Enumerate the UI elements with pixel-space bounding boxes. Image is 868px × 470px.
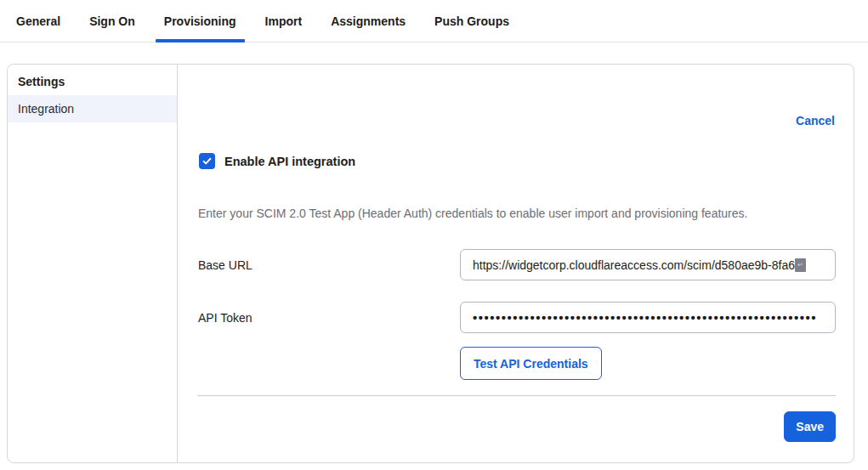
tab-label: Assignments [331,14,406,28]
tab-general[interactable]: General [8,14,69,42]
tab-sign-on[interactable]: Sign On [81,14,144,42]
app-tab-bar: General Sign On Provisioning Import Assi… [0,0,868,42]
settings-sidebar: Settings Integration [8,65,178,462]
text-selection-artifact: ↵ [795,258,806,272]
api-token-label: API Token [198,311,460,325]
api-token-input[interactable]: ••••••••••••••••••••••••••••••••••••••••… [460,302,836,333]
provisioning-settings-card: Settings Integration Cancel Enable API i… [7,64,854,463]
test-api-credentials-button[interactable]: Test API Credentials [460,347,602,380]
enable-api-row: Enable API integration [199,153,355,169]
cancel-link[interactable]: Cancel [796,114,835,127]
enable-api-checkbox[interactable] [199,153,215,169]
enable-api-label: Enable API integration [224,155,355,168]
tab-label: Push Groups [434,14,509,28]
tab-label: Provisioning [164,14,236,28]
save-button[interactable]: Save [784,411,836,442]
base-url-label: Base URL [198,258,460,272]
integration-settings-panel: Cancel Enable API integration Enter your… [178,65,854,462]
sidebar-item-integration[interactable]: Integration [8,95,177,122]
tab-push-groups[interactable]: Push Groups [426,14,518,42]
base-url-input[interactable]: https://widgetcorp.cloudflareaccess.com/… [460,249,836,280]
tab-assignments[interactable]: Assignments [322,14,414,42]
tab-label: Sign On [89,14,135,28]
credentials-description: Enter your SCIM 2.0 Test App (Header Aut… [198,206,835,222]
active-tab-underline [156,39,245,42]
tab-label: General [16,14,60,28]
checkmark-icon [201,156,213,167]
base-url-field-row: Base URL https://widgetcorp.cloudflareac… [198,249,836,280]
tab-provisioning[interactable]: Provisioning [156,14,245,42]
api-token-field-row: API Token ••••••••••••••••••••••••••••••… [198,302,836,333]
sidebar-header: Settings [8,65,177,95]
base-url-value: https://widgetcorp.cloudflareaccess.com/… [473,258,795,272]
tab-label: Import [265,14,303,28]
footer-divider [197,395,836,396]
tab-import[interactable]: Import [257,14,311,42]
api-token-masked-value: ••••••••••••••••••••••••••••••••••••••••… [473,310,817,325]
